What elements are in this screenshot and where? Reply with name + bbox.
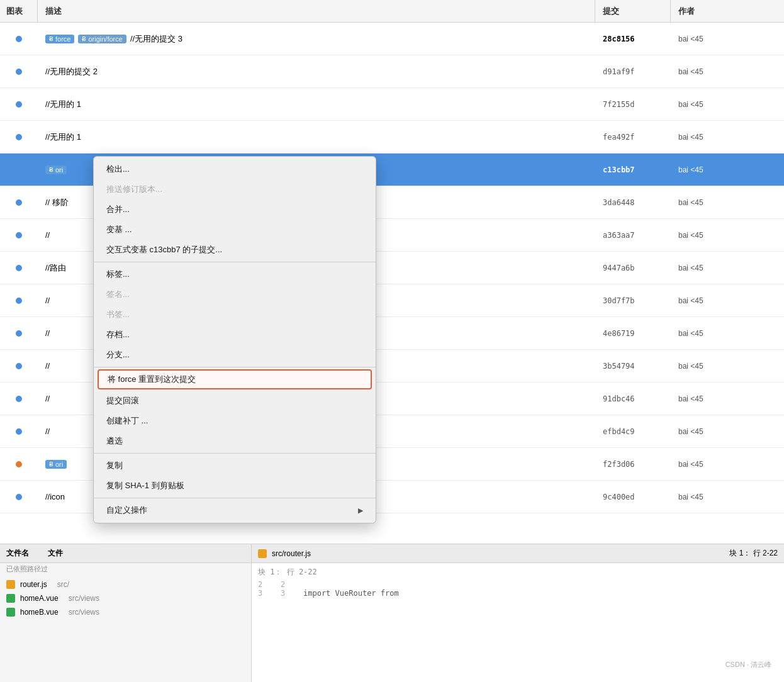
author-text: bai <45	[678, 329, 703, 338]
graph-cell	[0, 317, 38, 349]
menu-item-rebase[interactable]: 变基 ...	[94, 220, 376, 240]
context-menu: 检出...推送修订版本...合并...变基 ...交互式变基 c13cbb7 的…	[93, 156, 376, 523]
graph-dot	[16, 461, 22, 467]
author-text: bai <45	[678, 296, 703, 305]
col-desc-header: 描述	[38, 0, 595, 22]
graph-cell	[0, 219, 38, 251]
file-item[interactable]: homeB.vuesrc/views	[0, 605, 251, 619]
file-item[interactable]: router.jssrc/	[0, 578, 251, 591]
menu-item-label: 书签...	[106, 309, 130, 320]
graph-dot	[16, 363, 22, 369]
author-text: bai <45	[678, 460, 703, 469]
branch-badge: Ƀ origin/force	[78, 35, 126, 43]
file-item[interactable]: homeA.vuesrc/views	[0, 591, 251, 605]
menu-item-label: 自定义操作	[106, 505, 147, 516]
commit-cell: 4e86719	[595, 329, 671, 338]
graph-dot	[16, 134, 22, 140]
diff-line-num2: 3	[281, 589, 293, 598]
menu-item-branch[interactable]: 分支...	[94, 345, 376, 365]
desc-text: //	[45, 394, 50, 403]
watermark: CSDN · 清云峰	[725, 660, 771, 669]
author-cell: bai <45	[671, 460, 784, 469]
path-label: 已依照路径过	[0, 563, 251, 575]
desc-text: //	[45, 328, 50, 338]
author-cell: bai <45	[671, 296, 784, 305]
file-path: src/	[57, 580, 69, 589]
commit-hash: 30d7f7b	[603, 296, 635, 305]
author-text: bai <45	[678, 394, 703, 403]
graph-cell	[0, 350, 38, 382]
menu-item-copy[interactable]: 复制	[94, 456, 376, 476]
graph-cell	[0, 284, 38, 316]
menu-item-tag[interactable]: 标签...	[94, 264, 376, 284]
commit-cell: 9c400ed	[595, 493, 671, 501]
table-row[interactable]: //无用的提交 2d91af9fbai <45	[0, 55, 784, 88]
author-cell: bai <45	[671, 264, 784, 272]
file-tab2[interactable]: 文件	[48, 548, 63, 559]
menu-item-copy-sha[interactable]: 复制 SHA-1 到剪贴板	[94, 476, 376, 496]
menu-item-label: 遴选	[106, 435, 123, 447]
table-row[interactable]: //无用的 17f2155dbai <45	[0, 88, 784, 121]
file-icon	[6, 580, 15, 589]
graph-dot	[16, 101, 22, 108]
menu-item-label: 复制 SHA-1 到剪贴板	[106, 480, 184, 491]
table-row[interactable]: //无用的 1fea492fbai <45	[0, 121, 784, 154]
graph-dot	[16, 199, 22, 206]
author-cell: bai <45	[671, 100, 784, 109]
author-text: bai <45	[678, 133, 703, 142]
author-cell: bai <45	[671, 231, 784, 240]
diff-chunk-header: 块 1： 行 2-22	[258, 567, 778, 578]
desc-text: //无用的 1	[45, 131, 81, 143]
desc-text: //无用的 1	[45, 99, 81, 110]
desc-cell: Ƀ forceɃ origin/force//无用的提交 3	[38, 33, 595, 45]
menu-item-custom-action[interactable]: 自定义操作▶	[94, 500, 376, 520]
branch-badge: Ƀ force	[45, 35, 74, 43]
author-text: bai <45	[678, 264, 703, 272]
desc-text: //	[45, 427, 50, 436]
diff-line: 22	[258, 580, 778, 589]
branch-badge: Ƀ ori	[45, 460, 67, 469]
graph-cell	[0, 121, 38, 153]
graph-cell	[0, 415, 38, 447]
menu-item-merge[interactable]: 合并...	[94, 199, 376, 220]
graph-cell	[0, 23, 38, 55]
commit-cell: efbd4c9	[595, 427, 671, 436]
author-cell: bai <45	[671, 133, 784, 142]
desc-text: //icon	[45, 492, 65, 501]
file-tab1[interactable]: 文件名	[6, 548, 29, 559]
menu-separator	[94, 262, 376, 262]
menu-item-label: 分支...	[106, 349, 130, 361]
commit-hash: a363aa7	[603, 231, 635, 240]
menu-item-create-patch[interactable]: 创建补丁 ...	[94, 411, 376, 431]
graph-dot	[16, 69, 22, 75]
menu-item-interactive-rebase[interactable]: 交互式变基 c13cbb7 的子提交...	[94, 240, 376, 260]
commit-hash: 7f2155d	[603, 100, 635, 109]
menu-item-cherry-pick[interactable]: 遴选	[94, 431, 376, 451]
diff-filename: src/router.js	[272, 549, 311, 558]
author-cell: bai <45	[671, 493, 784, 501]
menu-item-label: 检出...	[106, 164, 130, 175]
diff-line-num1: 3	[258, 589, 271, 598]
menu-item-revert[interactable]: 提交回滚	[94, 391, 376, 411]
commit-cell: 28c8156	[595, 35, 671, 43]
col-commit-header: 提交	[595, 0, 671, 22]
desc-text: //	[45, 361, 50, 371]
submenu-arrow-icon: ▶	[358, 506, 363, 515]
branch-icon: Ƀ	[82, 35, 86, 42]
desc-cell: //无用的 1	[38, 131, 595, 143]
menu-separator	[94, 498, 376, 498]
commit-cell: 3b54794	[595, 362, 671, 371]
diff-header: src/router.js 块 1： 行 2-22	[252, 544, 784, 563]
file-icon	[6, 594, 15, 603]
branch-badge: Ƀ ori	[45, 165, 67, 174]
menu-item-checkout[interactable]: 检出...	[94, 159, 376, 179]
menu-item-label: 推送修订版本...	[106, 184, 162, 195]
graph-dot	[16, 36, 22, 42]
menu-item-reset-force[interactable]: 将 force 重置到这次提交	[98, 369, 372, 389]
author-text: bai <45	[678, 165, 703, 174]
menu-item-archive[interactable]: 存档...	[94, 325, 376, 345]
table-row[interactable]: Ƀ forceɃ origin/force//无用的提交 328c8156bai…	[0, 23, 784, 55]
graph-dot	[16, 396, 22, 402]
commit-cell: 30d7f7b	[595, 296, 671, 305]
diff-chunk: 块 1： 行 2-22	[729, 548, 778, 559]
